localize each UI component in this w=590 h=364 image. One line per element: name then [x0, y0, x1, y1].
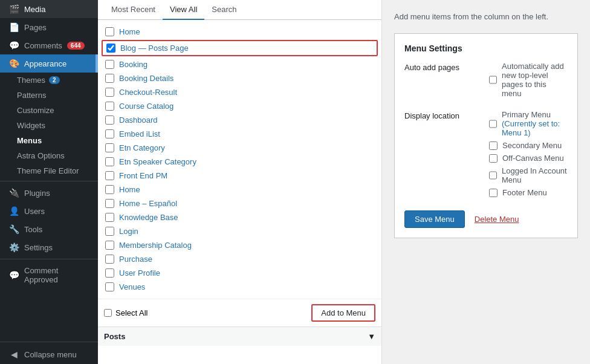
- page-label-login[interactable]: Login: [119, 227, 138, 236]
- page-label-purchase[interactable]: Purchase: [119, 255, 152, 264]
- sidebar-sub-astra-options[interactable]: Astra Options: [0, 148, 98, 163]
- page-label-embed-ilist[interactable]: Embed iList: [119, 129, 160, 138]
- page-checkbox-embed-ilist[interactable]: [105, 129, 114, 138]
- page-label-course-catalog[interactable]: Course Catalog: [119, 102, 173, 111]
- sidebar-sub-menus[interactable]: Menus: [0, 133, 98, 148]
- page-label-front-end-pm[interactable]: Front End PM: [119, 171, 167, 180]
- sidebar-item-plugins[interactable]: 🔌 Plugins: [0, 184, 98, 202]
- page-checkbox-front-end-pm[interactable]: [105, 171, 114, 180]
- select-all-checkbox[interactable]: [104, 309, 112, 317]
- posts-section-chevron: ▼: [368, 332, 375, 341]
- sidebar-item-appearance[interactable]: 🎨 Appearance: [0, 54, 98, 73]
- delete-menu-button[interactable]: Delete Menu: [475, 215, 519, 224]
- collapse-menu-item[interactable]: ◀ Collapse menu: [0, 345, 98, 364]
- page-label-dashboard[interactable]: Dashboard: [119, 115, 158, 125]
- auto-add-option-label[interactable]: Automatically add new top-level pages to…: [502, 62, 568, 98]
- save-menu-button[interactable]: Save Menu: [404, 210, 465, 228]
- location-option-primary: Primary Menu (Currently set to: Menu 1): [489, 110, 568, 137]
- page-checkbox-home[interactable]: [105, 27, 114, 36]
- page-label-home-espanol[interactable]: Home – Español: [119, 199, 177, 208]
- location-label-footer[interactable]: Footer Menu: [502, 188, 547, 197]
- page-checkbox-etn-speaker-category[interactable]: [105, 157, 114, 166]
- comments-badge: 644: [67, 42, 85, 50]
- page-checkbox-purchase[interactable]: [105, 255, 114, 264]
- location-checkbox-secondary[interactable]: [489, 141, 498, 150]
- page-checkbox-etn-category[interactable]: [105, 143, 114, 152]
- sidebar-item-users[interactable]: 👤 Users: [0, 202, 98, 220]
- sidebar-item-label: Tools: [24, 225, 42, 234]
- settings-icon: ⚙️: [8, 242, 19, 252]
- location-checkbox-off-canvas[interactable]: [489, 154, 498, 163]
- page-label-membership-catalog[interactable]: Membership Catalog: [119, 241, 192, 250]
- page-label-booking[interactable]: Booking: [119, 60, 148, 69]
- sidebar-sub-themes[interactable]: Themes 2: [0, 73, 98, 88]
- page-checkbox-booking[interactable]: [105, 60, 114, 69]
- page-checkbox-home2[interactable]: [105, 185, 114, 194]
- location-option-logged-in: Logged In Account Menu: [489, 166, 568, 184]
- page-label-user-profile[interactable]: User Profile: [119, 268, 160, 278]
- customize-label: Customize: [17, 106, 54, 115]
- page-checkbox-checkout-result[interactable]: [105, 88, 114, 97]
- page-checkbox-course-catalog[interactable]: [105, 102, 114, 111]
- page-checkbox-home-espanol[interactable]: [105, 199, 114, 208]
- location-checkbox-logged-in[interactable]: [489, 171, 497, 180]
- page-checkbox-membership-catalog[interactable]: [105, 241, 114, 250]
- patterns-label: Patterns: [17, 91, 46, 100]
- location-label-primary[interactable]: Primary Menu (Currently set to: Menu 1): [502, 110, 568, 137]
- auto-add-option: Automatically add new top-level pages to…: [489, 62, 568, 98]
- page-label-home[interactable]: Home: [119, 27, 140, 36]
- page-label-venues[interactable]: Venues: [119, 282, 145, 291]
- tools-icon: 🔧: [8, 224, 19, 234]
- location-option-footer: Footer Menu: [489, 188, 568, 197]
- sidebar-item-settings[interactable]: ⚙️ Settings: [0, 238, 98, 256]
- sidebar-item-comment-approved[interactable]: 💬 Comment Approved: [0, 262, 98, 288]
- sidebar-item-tools[interactable]: 🔧 Tools: [0, 220, 98, 238]
- page-label-booking-details[interactable]: Booking Details: [119, 74, 173, 83]
- page-label-etn-category[interactable]: Etn Category: [119, 143, 165, 152]
- sidebar-sub-patterns[interactable]: Patterns: [0, 88, 98, 103]
- page-label-knowledge-base[interactable]: Knowledge Base: [119, 213, 178, 222]
- page-label-checkout-result[interactable]: Checkout-Result: [119, 88, 177, 97]
- tab-view-all[interactable]: View All: [163, 0, 204, 20]
- media-icon: 🎬: [8, 4, 19, 14]
- page-item-course-catalog: Course Catalog: [104, 99, 375, 113]
- page-item-user-profile: User Profile: [104, 266, 375, 280]
- add-to-menu-button[interactable]: Add to Menu: [311, 304, 375, 322]
- sidebar-sub-theme-file-editor[interactable]: Theme File Editor: [0, 163, 98, 178]
- location-label-secondary[interactable]: Secondary Menu: [502, 141, 562, 150]
- page-label-home2[interactable]: Home: [119, 185, 140, 194]
- sidebar-item-pages[interactable]: 📄 Pages: [0, 18, 98, 36]
- select-all-label[interactable]: Select All: [115, 308, 148, 317]
- page-checkbox-knowledge-base[interactable]: [105, 213, 114, 222]
- page-checkbox-booking-details[interactable]: [105, 74, 114, 83]
- page-checkbox-login[interactable]: [105, 227, 114, 236]
- page-label-blog-posts-page[interactable]: Blog — Posts Page: [120, 44, 189, 53]
- location-label-off-canvas[interactable]: Off-Canvas Menu: [502, 154, 564, 163]
- page-item-checkout-result: Checkout-Result: [104, 85, 375, 99]
- location-checkbox-primary[interactable]: [489, 120, 497, 128]
- auto-add-checkbox[interactable]: [489, 76, 497, 84]
- appearance-icon: 🎨: [8, 59, 19, 68]
- collapse-icon: ◀: [8, 349, 19, 359]
- instruction-text: Add menu items from the column on the le…: [394, 12, 578, 21]
- sidebar-sub-widgets[interactable]: Widgets: [0, 118, 98, 133]
- page-item-front-end-pm: Front End PM: [104, 169, 375, 183]
- list-footer: Select All Add to Menu: [98, 299, 381, 327]
- auto-add-row: Auto add pages Automatically add new top…: [404, 62, 568, 102]
- page-checkbox-user-profile[interactable]: [105, 268, 114, 278]
- page-checkbox-blog-posts-page[interactable]: [106, 44, 115, 53]
- page-label-etn-speaker-category[interactable]: Etn Speaker Category: [119, 157, 196, 166]
- posts-section-header[interactable]: Posts ▼: [98, 327, 381, 346]
- sidebar-sub-customize[interactable]: Customize: [0, 103, 98, 118]
- location-checkbox-footer[interactable]: [489, 189, 498, 197]
- posts-section-label: Posts: [104, 332, 125, 341]
- tab-most-recent[interactable]: Most Recent: [104, 0, 163, 20]
- sidebar-item-comments[interactable]: 💬 Comments 644: [0, 36, 98, 54]
- page-checkbox-venues[interactable]: [105, 282, 114, 291]
- location-option-secondary: Secondary Menu: [489, 141, 568, 150]
- page-item-purchase: Purchase: [104, 252, 375, 266]
- tab-search[interactable]: Search: [204, 0, 244, 20]
- sidebar-item-media[interactable]: 🎬 Media: [0, 0, 98, 18]
- page-checkbox-dashboard[interactable]: [105, 115, 114, 125]
- location-label-logged-in[interactable]: Logged In Account Menu: [502, 166, 568, 184]
